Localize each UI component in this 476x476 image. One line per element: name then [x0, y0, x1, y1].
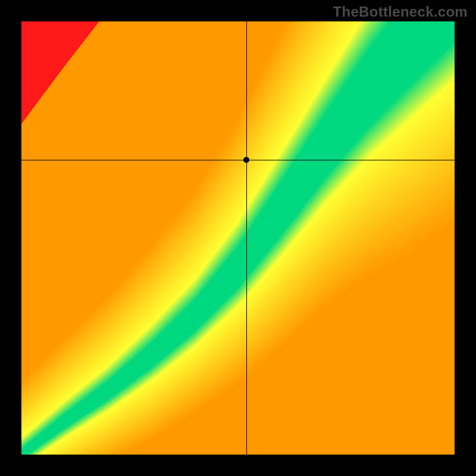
- bottleneck-heatmap: [21, 21, 455, 455]
- chart-container: TheBottleneck.com: [0, 0, 476, 476]
- watermark-text: TheBottleneck.com: [333, 4, 468, 20]
